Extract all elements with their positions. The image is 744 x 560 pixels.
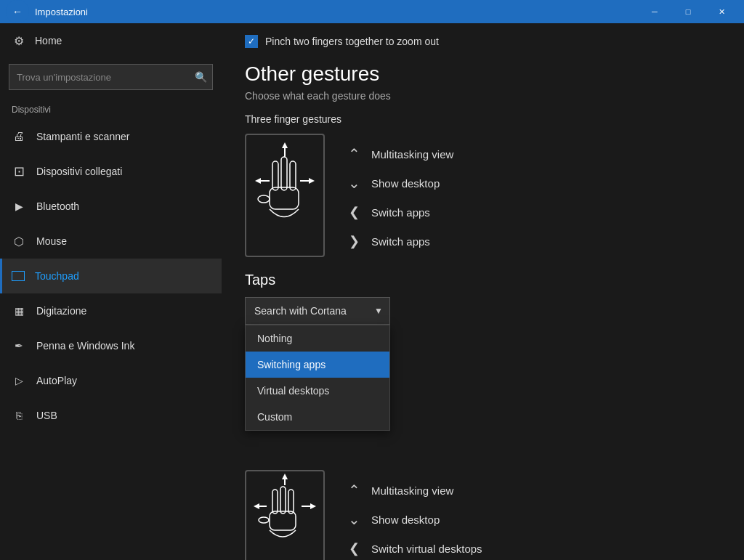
svg-point-10 [258,195,270,203]
stampanti-label: Stampanti e scanner [36,131,129,142]
switch-apps-right-label: Switch apps [371,235,430,248]
sidebar-section-title: Dispositivi [0,96,222,119]
dropdown-option-custom[interactable]: Custom [246,404,389,430]
gesture-option-switch-right: ❯ Switch apps [342,227,456,256]
close-button[interactable]: ✕ [705,0,738,23]
zoom-checkbox[interactable] [245,35,258,48]
sidebar-item-touchpad[interactable]: Touchpad [0,259,222,293]
dropdown-option-virtual-desktops[interactable]: Virtual desktops [246,378,389,404]
svg-rect-19 [288,490,294,514]
sidebar-item-usb[interactable]: ⎘ USB [0,398,222,433]
sidebar-item-stampanti[interactable]: 🖨 Stampanti e scanner [0,119,222,154]
gesture-option-switch-left: ❮ Switch apps [342,198,456,227]
keyboard-icon: ▦ [12,304,26,318]
section-subtitle: Choose what each gesture does [245,90,721,102]
app-title: Impostazioni [35,7,632,17]
bottom-gesture-row: ⌃ Multitasking view ⌄ Show desktop ❮ Swi… [245,470,721,560]
gesture-options-three-finger: ⌃ Multitasking view ⌄ Show desktop ❮ Swi… [342,134,456,256]
sidebar-item-digitazione[interactable]: ▦ Digitazione [0,293,222,328]
back-icon: ← [12,6,23,17]
svg-marker-14 [254,503,259,509]
three-finger-title: Three finger gestures [245,113,721,125]
maximize-button[interactable]: □ [671,0,705,23]
window-controls: ─ □ ✕ [638,0,738,23]
bottom-gesture-virtual-desktops: ❮ Switch virtual desktops [342,534,485,560]
penna-label: Penna e Windows Ink [36,340,134,352]
devices-icon: ⊡ [12,164,26,179]
taps-dropdown[interactable]: Search with Cortana [245,297,390,325]
taps-section: Taps Search with Cortana ▼ Nothing Switc… [245,272,721,325]
svg-rect-17 [272,490,278,514]
switch-apps-left-label: Switch apps [371,206,430,219]
arrow-down-icon: ⌄ [345,174,363,192]
search-container: 🔍 [9,64,213,90]
minimize-button[interactable]: ─ [638,0,671,23]
sidebar-item-bluetooth[interactable]: ▶ Bluetooth [0,189,222,224]
arrow-up-icon: ⌃ [345,145,363,163]
svg-rect-7 [281,157,287,190]
mouse-icon: ⬡ [12,234,26,248]
search-icon: 🔍 [195,71,207,83]
gesture-options-bottom: ⌃ Multitasking view ⌄ Show desktop ❮ Swi… [342,470,485,560]
dropdown-option-switching[interactable]: Switching apps [246,352,389,378]
titlebar: ← Impostazioni ─ □ ✕ [0,0,744,23]
autoplay-label: AutoPlay [36,375,77,386]
main-content: Pinch two fingers together to zoom out O… [222,23,744,560]
multitasking-label: Multitasking view [371,148,453,161]
home-label: Home [35,35,62,46]
svg-point-21 [259,517,269,523]
three-finger-gesture-image [245,134,325,257]
sidebar-item-autoplay[interactable]: ▷ AutoPlay [0,363,222,398]
dispositivi-label: Dispositivi collegati [36,166,122,177]
bottom-multitasking-label: Multitasking view [371,484,453,497]
sidebar-item-dispositivi[interactable]: ⊡ Dispositivi collegati [0,154,222,189]
touchpad-label: Touchpad [35,270,79,282]
autoplay-icon: ▷ [12,373,26,388]
home-icon: ⚙ [12,33,26,48]
bluetooth-label: Bluetooth [36,200,79,212]
back-button[interactable]: ← [6,0,29,23]
sidebar: ⚙ Home 🔍 Dispositivi 🖨 Stampanti e scann… [0,23,222,560]
svg-marker-1 [282,142,288,148]
svg-marker-3 [255,178,261,184]
gesture-option-desktop: ⌄ Show desktop [342,169,456,198]
usb-icon: ⎘ [12,408,26,423]
svg-marker-5 [309,178,315,184]
search-input[interactable] [9,64,213,90]
bottom-gesture-desktop: ⌄ Show desktop [342,505,485,534]
digitazione-label: Digitazione [36,305,86,317]
usb-label: USB [36,410,57,421]
bottom-show-desktop-label: Show desktop [371,514,440,526]
dropdown-menu: Nothing Switching apps Virtual desktops … [245,325,390,431]
sidebar-item-mouse[interactable]: ⬡ Mouse [0,224,222,259]
bottom-arrow-down-icon: ⌄ [345,511,363,528]
touchpad-icon [12,271,25,281]
section-title: Other gestures [245,62,721,86]
mouse-label: Mouse [36,235,67,247]
sidebar-item-home[interactable]: ⚙ Home [0,23,222,58]
sidebar-item-penna[interactable]: ✒ Penna e Windows Ink [0,328,222,363]
bottom-arrow-left-icon: ❮ [345,540,363,557]
svg-marker-16 [310,503,316,509]
bottom-switch-virtual-label: Switch virtual desktops [371,543,482,555]
gesture-option-multitasking: ⌃ Multitasking view [342,139,456,169]
bottom-gesture-image [245,470,325,560]
dropdown-option-nothing[interactable]: Nothing [246,325,389,352]
zoom-label: Pinch two fingers together to zoom out [265,36,439,47]
arrow-left-icon: ❮ [345,203,363,221]
svg-rect-18 [280,487,286,514]
svg-rect-20 [270,511,296,530]
taps-title: Taps [245,272,721,288]
taps-dropdown-wrapper: Search with Cortana ▼ Nothing Switching … [245,297,390,325]
arrow-right-icon: ❯ [345,232,363,250]
zoom-checkbox-row: Pinch two fingers together to zoom out [245,35,721,48]
bottom-arrow-up-icon: ⌃ [345,482,363,499]
hand-illustration [252,141,318,250]
printer-icon: 🖨 [12,129,26,144]
bluetooth-icon: ▶ [12,199,26,214]
svg-marker-12 [282,474,288,479]
pen-icon: ✒ [12,338,26,353]
svg-rect-8 [290,161,296,190]
three-finger-gesture-row: ⌃ Multitasking view ⌄ Show desktop ❮ Swi… [245,134,721,257]
bottom-gesture-multitasking: ⌃ Multitasking view [342,476,485,505]
